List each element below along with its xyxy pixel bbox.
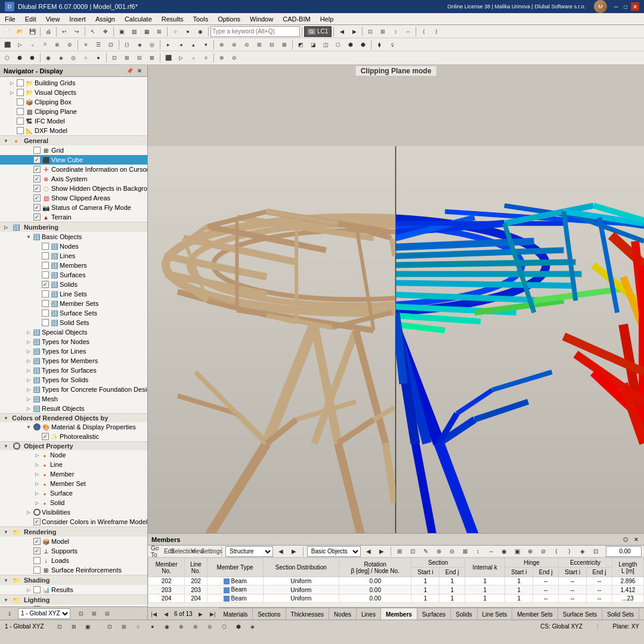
mb-icon1[interactable]: ⊞: [394, 546, 405, 557]
members-close-button[interactable]: ✕: [632, 535, 640, 544]
tb-view-side[interactable]: ↔: [402, 26, 414, 37]
nav-types-for-solids[interactable]: ▷ 🔢 Types for Solids: [0, 375, 147, 385]
nav-back-btn[interactable]: ◀: [336, 26, 348, 37]
tb2-24[interactable]: ◪: [307, 39, 319, 50]
menu-item-insert[interactable]: Insert: [64, 14, 91, 24]
nav-special-objects[interactable]: ▷ 🔢 Special Objects: [0, 327, 147, 337]
nav-render-supports[interactable]: ⊥ Supports: [0, 546, 147, 556]
tb2-27[interactable]: ⬢: [345, 39, 357, 50]
mb-icon3[interactable]: ✎: [420, 546, 431, 557]
tb-icon-6[interactable]: ●: [182, 26, 194, 37]
bottom-tab-solids[interactable]: Solids: [451, 608, 477, 620]
tb-zoom-all[interactable]: ⊡: [364, 26, 376, 37]
mb-icon11[interactable]: ⊕: [525, 546, 536, 557]
menu-item-assign[interactable]: Assign: [91, 14, 120, 24]
nav-item-clipped-areas[interactable]: ▧ Show Clipped Areas: [0, 193, 147, 203]
snap-icon-6[interactable]: ⊕: [175, 621, 187, 632]
radio-visibilities[interactable]: [33, 509, 41, 516]
tb-extra-2[interactable]: ⟩: [431, 26, 442, 37]
nav-item-camera-fly-mode[interactable]: 📷 Status of Camera Fly Mode: [0, 203, 147, 212]
bottom-tab-member-sets[interactable]: Member Sets: [512, 608, 558, 620]
tb-icon-2[interactable]: ▨: [128, 26, 140, 37]
nav-render-model[interactable]: 📦 Model: [0, 537, 147, 546]
tb3-3[interactable]: ⬣: [26, 52, 38, 63]
tb-icon-4[interactable]: ⊞: [153, 26, 165, 37]
nav-visibilities[interactable]: ▷ Visibilities: [0, 507, 147, 517]
tb2-5[interactable]: ⊕: [51, 39, 63, 50]
nav-item-clipping-box[interactable]: 📦 Clipping Box: [0, 97, 147, 107]
mb-icon9[interactable]: ◉: [499, 546, 510, 557]
tb2-8[interactable]: ☰: [92, 39, 104, 50]
snap-icon-4[interactable]: ●: [147, 621, 159, 632]
snap-icon-10[interactable]: ⬢: [233, 621, 244, 632]
close-button[interactable]: ✕: [631, 2, 639, 11]
structure-filter[interactable]: Structure: [225, 546, 273, 557]
nav-types-for-surfaces[interactable]: ▷ 🔢 Types for Surfaces: [0, 366, 147, 375]
nav-item-hidden-objects[interactable]: ◌ Show Hidden Objects in Background: [0, 184, 147, 193]
nav-solid[interactable]: ▷ ⬥ Solid: [0, 498, 147, 507]
tb3-8[interactable]: ●: [92, 52, 104, 63]
move-button[interactable]: ✥: [100, 26, 112, 37]
new-button[interactable]: 📄: [1, 26, 13, 37]
tb3-1[interactable]: ⬡: [1, 52, 13, 63]
redo-button[interactable]: ↪: [71, 26, 83, 37]
mb-icon7[interactable]: ↕: [473, 546, 484, 557]
section-lighting[interactable]: ▼ 📁 Lighting: [0, 595, 147, 605]
tb2-15[interactable]: ▴: [187, 39, 199, 50]
nav-num-surface-sets[interactable]: 🔢 Surface Sets: [0, 308, 147, 318]
section-general[interactable]: ▼ ● General: [0, 135, 147, 145]
tb2-25[interactable]: ◫: [320, 39, 332, 50]
tb2-22[interactable]: ⊠: [278, 39, 290, 50]
nav-wireframe-colors[interactable]: Consider Colors in Wireframe Model: [0, 517, 147, 527]
tb3-5[interactable]: ◈: [55, 52, 67, 63]
nav-item-visual-objects[interactable]: ▷ 📁 Visual Objects: [0, 88, 147, 97]
nav-icon-1[interactable]: ⊡: [75, 608, 87, 619]
tb3-11[interactable]: ⊟: [134, 52, 145, 63]
tb2-6[interactable]: ⊘: [64, 39, 76, 50]
tb3-9[interactable]: ⊡: [109, 52, 120, 63]
pager-last[interactable]: ▶|: [207, 609, 219, 620]
bottom-tab-surface-sets[interactable]: Surface Sets: [558, 608, 602, 620]
mb-icon16[interactable]: ⊡: [590, 546, 601, 557]
nav-surface-reinf[interactable]: ⊞ Surface Reinforcements: [0, 565, 147, 575]
tb2-14[interactable]: ◂: [175, 39, 187, 50]
tb3-6[interactable]: ◎: [67, 52, 79, 63]
nav-item-terrain[interactable]: ▲ Terrain: [0, 212, 147, 222]
section-rendering[interactable]: ▼ 📁 Rendering: [0, 527, 147, 537]
tb3-4[interactable]: ◉: [42, 52, 54, 63]
tb3-10[interactable]: ⊞: [121, 52, 133, 63]
bottom-tab-lines[interactable]: Lines: [357, 608, 381, 620]
value-input[interactable]: [606, 546, 642, 557]
nav-close-button[interactable]: ✕: [135, 67, 144, 75]
filter-next[interactable]: ▶: [289, 546, 299, 557]
mb-icon15[interactable]: ◈: [577, 546, 588, 557]
nav-member[interactable]: ▷ ⬥ Member: [0, 469, 147, 479]
nav-item-ifc-model[interactable]: 🏗 IFC Model: [0, 116, 147, 126]
snap-icon-5[interactable]: ◉: [161, 621, 173, 632]
workplane-select[interactable]: 1 - Global XYZ: [18, 608, 70, 619]
tb-icon-1[interactable]: ▣: [116, 26, 128, 37]
tb3-16[interactable]: ⌗: [200, 52, 212, 63]
nav-types-concrete[interactable]: ▷ 🔢 Types for Concrete Foundation Design: [0, 385, 147, 394]
nav-line[interactable]: ▷ ⬥ Line: [0, 460, 147, 469]
menu-item-help[interactable]: Help: [315, 14, 339, 24]
settings-button[interactable]: Settings: [206, 546, 218, 557]
tb2-10[interactable]: ⟨⟩: [121, 39, 133, 50]
nav-pin-button[interactable]: 📌: [125, 67, 134, 75]
profile-picture[interactable]: M: [594, 0, 607, 13]
tb-zoom-box[interactable]: ⊞: [377, 26, 389, 37]
tb2-2[interactable]: ▷: [14, 39, 26, 50]
print-button[interactable]: 🖨: [42, 26, 54, 37]
nav-item-view-cube[interactable]: ⬛ View Cube: [0, 155, 147, 165]
menu-item-tools[interactable]: Tools: [188, 14, 213, 24]
bottom-tab-surfaces[interactable]: Surfaces: [417, 608, 451, 620]
nav-mesh[interactable]: ▷ 🔢 Mesh: [0, 394, 147, 404]
nav-types-for-nodes[interactable]: ▷ 🔢 Types for Nodes: [0, 337, 147, 346]
menu-item-edit[interactable]: Edit: [20, 14, 41, 24]
mb-icon8[interactable]: ↔: [486, 546, 497, 557]
bottom-tab-materials[interactable]: Materials: [219, 608, 253, 620]
select-button[interactable]: ↖: [87, 26, 99, 37]
snap-icon-8[interactable]: ⊝: [204, 621, 216, 632]
nav-num-surfaces[interactable]: 🔢 Surfaces: [0, 270, 147, 280]
obj-filter-next[interactable]: ▶: [376, 546, 387, 557]
